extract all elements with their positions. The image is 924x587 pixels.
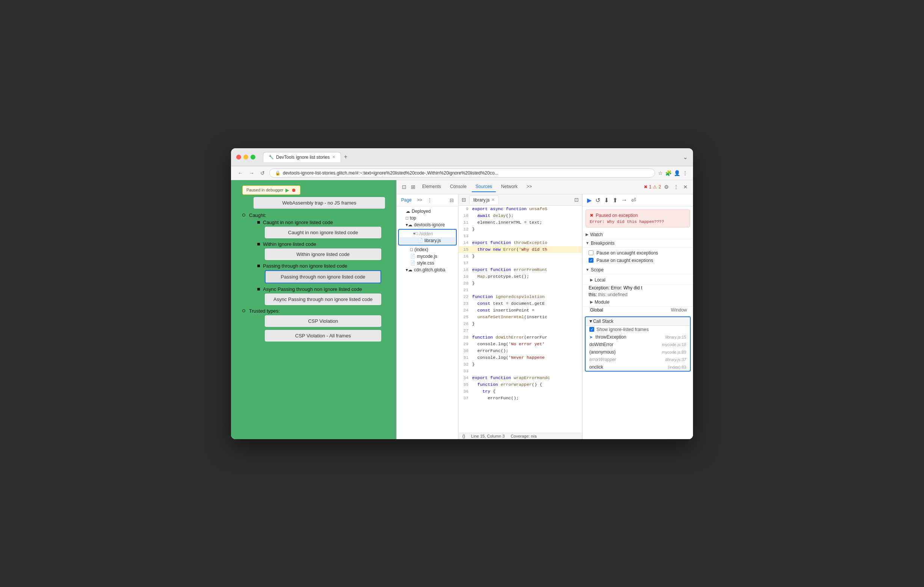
toggle-format-button[interactable]: ⊡	[573, 195, 580, 204]
error-badge: ✖ 1	[644, 184, 652, 189]
passing-through-box[interactable]: Passing through non ignore listed code	[265, 270, 381, 283]
breakpoints-section-header[interactable]: ▼ Breakpoints	[582, 239, 693, 248]
more-options-button[interactable]: ⋮	[672, 183, 680, 191]
toggle-navigator-button[interactable]: ⊟	[460, 195, 468, 204]
code-line-31: 31 console.log('Never happene	[459, 354, 582, 361]
paused-text: Paused in debugger	[246, 187, 283, 192]
new-tab-button[interactable]: +	[344, 153, 347, 160]
frame-errorWrapper[interactable]: errorWrapper library.js:37	[586, 356, 690, 363]
active-frame-icon: ➤	[589, 335, 593, 339]
call-stack-box: ▼ Call Stack ✓ Show ignore-listed frames…	[585, 316, 691, 372]
tab-filename: library.js	[473, 197, 490, 203]
code-line-17: 17	[459, 260, 582, 266]
style-css-label: style.css	[417, 260, 434, 266]
bullet-square-icon-2	[257, 243, 260, 245]
back-button[interactable]: ←	[236, 169, 244, 177]
play-icon[interactable]: ▶	[285, 187, 289, 193]
tab-console[interactable]: Console	[446, 182, 470, 192]
pause-caught-checkbox[interactable]: ✓	[589, 258, 594, 263]
extensions-button[interactable]: 🧩	[665, 170, 672, 176]
account-button[interactable]: 👤	[674, 170, 680, 176]
pause-uncaught-checkbox[interactable]	[589, 250, 594, 255]
bookmark-button[interactable]: ☆	[658, 170, 663, 176]
caught-non-ignore-box[interactable]: Caught in non ignore listed code	[265, 227, 381, 238]
tab-title: DevTools ignore list stories	[276, 155, 330, 160]
warning-icon: ⚠	[653, 184, 657, 189]
tree-library-js[interactable]: 📄 library.js	[400, 237, 455, 244]
call-stack-header[interactable]: ▼ Call Stack	[586, 317, 690, 326]
async-passing-box[interactable]: Async Passing through non ignore listed …	[265, 294, 381, 305]
code-line-27: 27	[459, 327, 582, 334]
code-line-28: 28 function doWithError(errorFur	[459, 334, 582, 341]
close-devtools-button[interactable]: ✕	[682, 183, 689, 191]
csp-violation-all-box[interactable]: CSP Violation - All frames	[265, 330, 381, 342]
tree-mycode-js[interactable]: 📄 mycode.js	[397, 253, 458, 260]
cdn-label: cdn.glitch.globa	[414, 267, 445, 273]
tree-style-css[interactable]: 📄 style.css	[397, 260, 458, 266]
devtools-dock-button[interactable]: ⊡	[400, 183, 408, 191]
devtools-inspect-button[interactable]: ⊞	[409, 183, 417, 191]
bullet-square-icon-3	[257, 265, 260, 267]
caught-label: Caught:	[249, 212, 266, 218]
error-icon: ✖	[644, 184, 648, 189]
maximize-button[interactable]	[251, 155, 256, 159]
show-ignore-frames: ✓ Show ignore-listed frames	[586, 326, 690, 333]
frame-anonymous[interactable]: (anonymous) mycode.js:89	[586, 348, 690, 356]
local-section-header[interactable]: ▶ Local	[582, 276, 693, 284]
cloud-icon: ☁	[406, 209, 410, 214]
sources-menu-button[interactable]: ⋮	[426, 196, 434, 204]
frame-doWithError[interactable]: doWithError mycode.js:18	[586, 341, 690, 348]
devtools-topbar: ⊡ ⊞ Elements Console Sources Network >> …	[397, 180, 693, 194]
menu-button[interactable]: ⋮	[683, 170, 688, 176]
code-line-34: 34 export function wrapErrorHandc	[459, 375, 582, 381]
resume-button[interactable]: ▶	[586, 196, 593, 205]
show-ignore-checkbox[interactable]: ✓	[589, 327, 594, 332]
url-bar[interactable]: 🔒 devtools-ignore-list-stories.glitch.me…	[269, 169, 655, 178]
scope-section-header[interactable]: ▼ Scope	[582, 266, 693, 275]
cloud-icon-2: ▾☁	[406, 222, 412, 227]
csp-violation-box[interactable]: CSP Violation	[265, 315, 381, 327]
tab-close-button[interactable]: ✕	[332, 155, 335, 159]
watch-section-header[interactable]: ▶ Watch	[582, 230, 693, 239]
title-bar: 🔧 DevTools ignore list stories ✕ + ⌄	[231, 148, 693, 166]
active-tab[interactable]: 🔧 DevTools ignore list stories ✕	[263, 152, 341, 162]
exception-var: Exception: Error: Why did t	[582, 284, 693, 291]
frame-onclick[interactable]: onclick (index):83	[586, 363, 690, 371]
tree-deployed[interactable]: ☁ Deployed	[397, 208, 458, 215]
minimize-button[interactable]	[243, 155, 248, 159]
close-button[interactable]	[236, 155, 241, 159]
tree-hidden[interactable]: ▾□ hidden	[400, 230, 455, 237]
devtools-ignore-label: devtools-ignore	[414, 222, 445, 227]
tree-devtools-ignore[interactable]: ▾☁ devtools-ignore	[397, 222, 458, 228]
this-val: this: this: undefined	[582, 291, 693, 298]
tab-more[interactable]: >>	[523, 182, 536, 192]
tab-sources[interactable]: Sources	[472, 182, 496, 192]
tab-network[interactable]: Network	[497, 182, 521, 192]
page-nav-button[interactable]: Page	[400, 196, 413, 204]
step-button[interactable]: →	[620, 196, 629, 204]
tree-top[interactable]: □ top	[397, 215, 458, 222]
step-into-button[interactable]: ⬇	[602, 196, 610, 205]
deactivate-button[interactable]: ⏎	[630, 196, 637, 205]
library-js-tab[interactable]: library.js ✕	[469, 196, 499, 204]
settings-button[interactable]: ⚙	[663, 183, 670, 191]
within-ignore-box[interactable]: Within ignore listed code	[265, 248, 381, 260]
more-sources-button[interactable]: >>	[416, 196, 424, 204]
step-over-button[interactable]: ↺	[594, 196, 602, 205]
frame-throwException[interactable]: ➤ throwException library.js:15	[586, 333, 690, 341]
paused-badge: Paused in debugger ▶ ⏺	[242, 186, 300, 195]
tree-index[interactable]: □ (index)	[397, 246, 458, 253]
record-icon[interactable]: ⏺	[292, 187, 296, 193]
reload-button[interactable]: ↺	[259, 169, 266, 177]
module-section-header[interactable]: ▶ Module	[582, 298, 693, 307]
code-line-23: 23 const text = document.getE	[459, 300, 582, 307]
deployed-label: Deployed	[412, 209, 431, 214]
code-area[interactable]: 9 export async function unsafeS 10 await…	[459, 206, 582, 433]
toggle-sidebar-button[interactable]: ⊟	[448, 196, 455, 205]
tree-cdn[interactable]: ▾☁ cdn.glitch.globa	[397, 266, 458, 273]
devtools-panel: ⊡ ⊞ Elements Console Sources Network >> …	[396, 180, 693, 439]
forward-button[interactable]: →	[248, 169, 256, 177]
tab-elements[interactable]: Elements	[418, 182, 445, 192]
close-tab-button[interactable]: ✕	[491, 197, 495, 202]
step-out-button[interactable]: ⬆	[611, 196, 619, 205]
